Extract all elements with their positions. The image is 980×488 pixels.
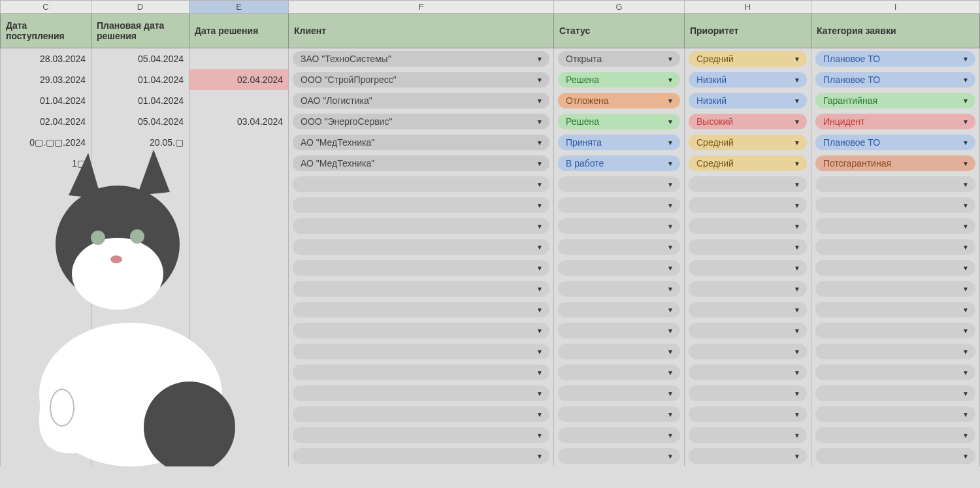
- dropdown-pill[interactable]: Открыта▼: [558, 51, 680, 67]
- dropdown-pill[interactable]: Принята▼: [558, 135, 680, 150]
- dropdown-pill[interactable]: Решена▼: [558, 114, 680, 129]
- dropdown-pill[interactable]: Плановое ТО▼: [815, 51, 975, 67]
- dropdown-pill[interactable]: ▼: [558, 302, 680, 317]
- cell-date-res[interactable]: 03.04.2024: [189, 111, 289, 133]
- cell-date-plan[interactable]: 01.04.2024: [91, 90, 189, 112]
- dropdown-pill[interactable]: ▼: [815, 448, 975, 464]
- dropdown-pill[interactable]: ▼: [815, 406, 975, 422]
- dropdown-pill[interactable]: ▼: [689, 448, 807, 464]
- dropdown-pill[interactable]: ▼: [558, 176, 680, 192]
- dropdown-pill[interactable]: ▼: [815, 281, 975, 297]
- dropdown-pill[interactable]: Потсгарантиная▼: [815, 155, 975, 171]
- dropdown-pill[interactable]: ▼: [815, 176, 975, 192]
- dropdown-pill[interactable]: ▼: [815, 302, 975, 317]
- dropdown-pill[interactable]: ▼: [689, 323, 807, 338]
- dropdown-pill[interactable]: Плановое ТО▼: [815, 135, 975, 150]
- cell-date-in[interactable]: 02.04.2024: [0, 111, 91, 133]
- dropdown-pill[interactable]: ▼: [293, 385, 549, 401]
- dropdown-pill[interactable]: Инцидент▼: [815, 114, 975, 129]
- dropdown-pill[interactable]: ▼: [293, 197, 549, 213]
- dropdown-pill[interactable]: ▼: [558, 323, 680, 338]
- dropdown-pill[interactable]: Отложена▼: [558, 93, 680, 108]
- dropdown-pill[interactable]: Низкий▼: [689, 93, 807, 108]
- column-letter-F[interactable]: F: [289, 0, 554, 14]
- column-letter-E[interactable]: E: [189, 0, 289, 14]
- column-letter-C[interactable]: C: [0, 0, 91, 14]
- dropdown-pill[interactable]: ▼: [689, 176, 807, 192]
- dropdown-pill[interactable]: ОАО "Логистика"▼: [293, 93, 549, 108]
- column-letter-I[interactable]: I: [811, 0, 980, 14]
- dropdown-pill[interactable]: Средний▼: [689, 51, 807, 67]
- cell-date-res[interactable]: 02.04.2024: [189, 69, 289, 91]
- dropdown-pill[interactable]: Плановое ТО▼: [815, 72, 975, 88]
- dropdown-pill[interactable]: ▼: [689, 344, 807, 359]
- cell-date-plan[interactable]: 01.04.2024: [91, 69, 189, 91]
- dropdown-pill[interactable]: ▼: [815, 365, 975, 380]
- dropdown-pill[interactable]: ▼: [293, 406, 549, 422]
- column-header[interactable]: Приоритет: [685, 14, 811, 48]
- dropdown-pill[interactable]: ▼: [293, 281, 549, 297]
- dropdown-pill[interactable]: ▼: [689, 385, 807, 401]
- column-header[interactable]: Дата решения: [189, 14, 289, 48]
- dropdown-pill[interactable]: ▼: [815, 427, 975, 443]
- column-header[interactable]: Категория заявки: [811, 14, 980, 48]
- dropdown-pill[interactable]: ▼: [689, 406, 807, 422]
- dropdown-pill[interactable]: ▼: [558, 197, 680, 213]
- dropdown-pill[interactable]: ▼: [689, 260, 807, 276]
- dropdown-pill[interactable]: Низкий▼: [689, 72, 807, 88]
- dropdown-pill[interactable]: АО "МедТехника"▼: [293, 155, 549, 171]
- dropdown-pill[interactable]: ▼: [815, 344, 975, 359]
- cell-date-in[interactable]: 28.03.2024: [0, 48, 91, 70]
- dropdown-pill[interactable]: ▼: [815, 260, 975, 276]
- column-header[interactable]: Дата поступления: [0, 14, 91, 48]
- dropdown-pill[interactable]: ЗАО "ТехноСистемы"▼: [293, 51, 549, 67]
- dropdown-pill[interactable]: ООО "ЭнергоСервис"▼: [293, 114, 549, 129]
- dropdown-pill[interactable]: ▼: [293, 302, 549, 317]
- column-header[interactable]: Клиент: [289, 14, 554, 48]
- dropdown-pill[interactable]: Средний▼: [689, 135, 807, 150]
- dropdown-pill[interactable]: В работе▼: [558, 155, 680, 171]
- column-header[interactable]: Плановая дата решения: [91, 14, 189, 48]
- column-letter-G[interactable]: G: [554, 0, 685, 14]
- cell-date-res[interactable]: [189, 48, 289, 70]
- dropdown-pill[interactable]: ▼: [558, 365, 680, 380]
- dropdown-pill[interactable]: ▼: [815, 385, 975, 401]
- dropdown-pill[interactable]: Высокий▼: [689, 114, 807, 129]
- dropdown-pill[interactable]: ▼: [689, 239, 807, 255]
- cell-date-in[interactable]: 29.03.2024: [0, 69, 91, 91]
- dropdown-pill[interactable]: ▼: [558, 344, 680, 359]
- dropdown-pill[interactable]: Решена▼: [558, 72, 680, 88]
- dropdown-pill[interactable]: ▼: [689, 281, 807, 297]
- column-letter-D[interactable]: D: [91, 0, 189, 14]
- dropdown-pill[interactable]: ▼: [815, 239, 975, 255]
- dropdown-pill[interactable]: ▼: [689, 197, 807, 213]
- cell-date-in[interactable]: 01.04.2024: [0, 90, 91, 112]
- column-letter-H[interactable]: H: [685, 0, 811, 14]
- dropdown-pill[interactable]: Гарантийная▼: [815, 93, 975, 108]
- dropdown-pill[interactable]: ▼: [558, 448, 680, 464]
- dropdown-pill[interactable]: ▼: [293, 344, 549, 359]
- dropdown-pill[interactable]: ▼: [293, 218, 549, 234]
- column-header[interactable]: Статус: [554, 14, 685, 48]
- dropdown-pill[interactable]: ▼: [558, 239, 680, 255]
- dropdown-pill[interactable]: ▼: [689, 427, 807, 443]
- dropdown-pill[interactable]: ▼: [689, 302, 807, 317]
- dropdown-pill[interactable]: ▼: [558, 406, 680, 422]
- dropdown-pill[interactable]: ▼: [293, 239, 549, 255]
- dropdown-pill[interactable]: ▼: [293, 176, 549, 192]
- dropdown-pill[interactable]: ▼: [293, 323, 549, 338]
- dropdown-pill[interactable]: ▼: [689, 218, 807, 234]
- dropdown-pill[interactable]: ▼: [815, 323, 975, 338]
- dropdown-pill[interactable]: Средний▼: [689, 155, 807, 171]
- dropdown-pill[interactable]: ▼: [815, 218, 975, 234]
- dropdown-pill[interactable]: ООО "СтройПрогресс"▼: [293, 72, 549, 88]
- dropdown-pill[interactable]: ▼: [558, 260, 680, 276]
- dropdown-pill[interactable]: ▼: [558, 218, 680, 234]
- dropdown-pill[interactable]: ▼: [558, 281, 680, 297]
- dropdown-pill[interactable]: ▼: [293, 365, 549, 380]
- cell-date-plan[interactable]: 05.04.2024: [91, 111, 189, 133]
- dropdown-pill[interactable]: ▼: [815, 197, 975, 213]
- dropdown-pill[interactable]: ▼: [558, 427, 680, 443]
- dropdown-pill[interactable]: АО "МедТехника"▼: [293, 135, 549, 150]
- dropdown-pill[interactable]: ▼: [558, 385, 680, 401]
